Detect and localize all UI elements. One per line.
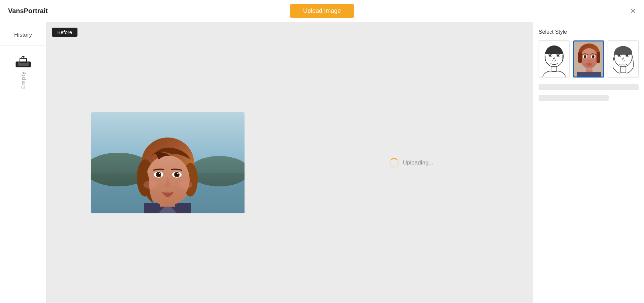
svg-rect-45 [577,72,601,77]
color-portrait-svg [574,41,604,77]
spinner-icon [389,158,399,168]
svg-point-43 [588,60,590,62]
style-option-sketch-1[interactable] [539,40,570,78]
right-panel: Select Style [533,22,644,303]
uploading-container: Uploading... [389,158,433,168]
uploading-text: Uploading... [403,159,433,166]
color-portrait-preview [574,41,603,77]
sketch-1-preview [539,41,569,77]
svg-point-24 [177,173,179,174]
svg-point-31 [549,54,551,56]
before-panel: Before [46,22,290,303]
style-option-color-portrait[interactable] [573,40,604,78]
portrait-svg [91,112,245,213]
content-area: Before [46,22,533,303]
svg-point-32 [557,54,559,56]
sidebar: History Empty [0,22,46,303]
select-style-title: Select Style [539,29,639,35]
svg-rect-37 [578,52,582,63]
svg-point-40 [584,55,586,58]
before-label: Before [52,28,77,37]
upload-image-button[interactable]: Upload Image [290,4,354,18]
skeleton-bar-1 [539,84,639,90]
sidebar-empty-section: Empty [15,46,31,89]
after-panel: Uploading... [290,22,533,303]
main-layout: History Empty Before [0,22,644,303]
sidebar-empty-label: Empty [20,71,26,89]
svg-point-50 [618,54,620,56]
svg-point-23 [159,173,160,174]
svg-point-25 [143,181,157,189]
style-options [539,40,639,78]
svg-point-42 [592,55,594,58]
app-logo: VansPortrait [8,7,48,15]
sketch-2-preview [608,41,638,77]
close-button[interactable]: ✕ [630,7,636,15]
sketch-1-svg [539,41,569,77]
svg-point-51 [626,54,628,56]
sidebar-history-button[interactable]: History [0,22,46,46]
sketch-2-svg [608,41,638,77]
style-option-sketch-2[interactable] [608,40,639,78]
svg-rect-38 [597,52,600,63]
svg-rect-1 [18,62,29,66]
svg-point-26 [179,181,192,189]
header: VansPortrait Upload Image ✕ [0,0,644,22]
tray-icon [15,56,31,68]
skeleton-bar-2 [539,95,609,101]
before-image [91,112,245,213]
